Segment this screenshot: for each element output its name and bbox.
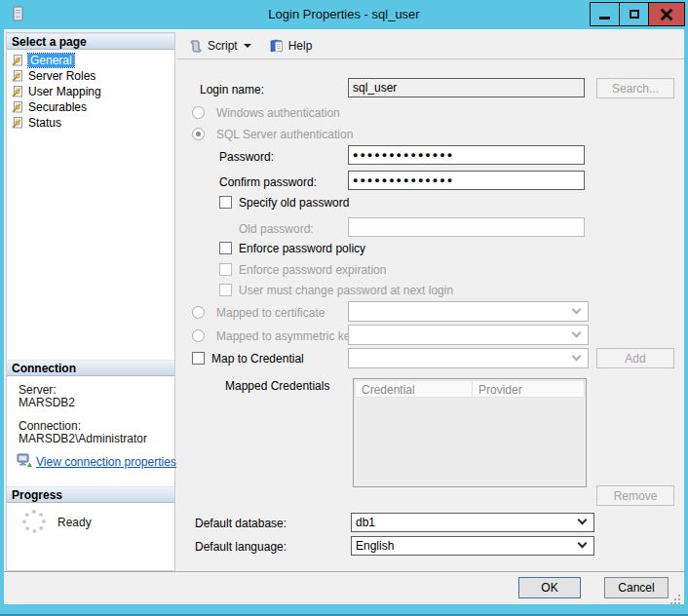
page-icon (11, 100, 24, 114)
connection-value: MARSDB2\Administrator (19, 432, 147, 445)
enforce-password-policy-label: Enforce password policy (239, 242, 365, 255)
sidebar-item-label: Status (28, 116, 61, 130)
sql-server-authentication-label: SQL Server authentication (216, 128, 353, 141)
toolbar: Script Help (176, 32, 684, 59)
certificate-combobox[interactable] (348, 301, 589, 322)
help-book-icon (269, 38, 285, 54)
mapped-credentials-label: Mapped Credentials (225, 379, 329, 393)
mapped-to-asymmetric-key-label: Mapped to asymmetric key (216, 329, 356, 343)
resize-grip[interactable] (670, 592, 681, 609)
minimize-icon (599, 17, 610, 19)
titlebar: Login Properties - sql_user (0, 0, 688, 29)
script-label: Script (208, 39, 238, 53)
progress-header: Progress (7, 486, 174, 503)
windows-authentication-label: Windows authentication (216, 106, 340, 120)
old-password-label: Old password: (239, 222, 314, 236)
radio-windows-authentication[interactable] (192, 106, 205, 119)
default-language-combobox[interactable]: English (351, 536, 594, 556)
page-icon (11, 54, 24, 67)
chevron-down-icon (572, 352, 582, 362)
confirm-password-label: Confirm password: (219, 175, 317, 189)
server-value: MARSDB2 (19, 396, 75, 409)
chevron-down-icon (572, 305, 582, 315)
must-change-password-checkbox[interactable] (219, 284, 232, 296)
specify-old-password-label: Specify old password (239, 196, 349, 210)
page-icon (11, 69, 24, 83)
script-button[interactable]: Script (184, 34, 255, 58)
confirm-password-input[interactable]: ●●●●●●●●●●●●●● (348, 171, 585, 190)
connection-label: Connection: (19, 419, 81, 433)
radio-mapped-to-asymmetric-key[interactable] (192, 329, 205, 342)
remove-button[interactable]: Remove (596, 485, 674, 506)
old-password-input[interactable] (348, 217, 585, 237)
enforce-password-expiration-checkbox[interactable] (219, 263, 232, 276)
select-a-page-header: Select a page (7, 33, 174, 50)
sidebar-item-label: Server Roles (28, 69, 96, 83)
window-title: Login Properties - sql_user (0, 7, 688, 21)
must-change-password-label: User must change password at next login (239, 284, 453, 297)
radio-mapped-to-certificate[interactable] (192, 306, 205, 319)
page-icon (11, 85, 24, 98)
sidebar-item-label: General (28, 54, 74, 67)
view-connection-properties-link[interactable]: View connection properties (36, 455, 176, 469)
sidebar-item-securables[interactable]: Securables (11, 99, 87, 115)
chevron-down-icon (572, 328, 582, 338)
dialog-window: Login Properties - sql_user Select a pag… (0, 0, 688, 616)
search-button[interactable]: Search... (596, 78, 674, 98)
page-icon (11, 116, 24, 130)
column-header-provider[interactable]: Provider (473, 380, 585, 398)
specify-old-password-checkbox[interactable] (219, 196, 232, 209)
server-label: Server: (19, 383, 57, 397)
default-language-label: Default language: (195, 540, 287, 554)
spinner-icon (22, 510, 46, 533)
cancel-button[interactable]: Cancel (604, 577, 669, 598)
add-button[interactable]: Add (596, 348, 674, 368)
login-name-label: Login name: (200, 83, 264, 96)
dialog-client-area: Select a page General Server Roles (4, 29, 684, 604)
sidebar: Select a page General Server Roles (6, 32, 175, 571)
maximize-icon (630, 10, 639, 19)
login-name-input[interactable]: sql_user (348, 78, 585, 97)
sidebar-item-label: Securables (28, 100, 87, 114)
script-scroll-icon (188, 38, 204, 54)
minimize-button[interactable] (590, 2, 620, 26)
enforce-password-policy-checkbox[interactable] (219, 242, 232, 254)
password-input[interactable]: ●●●●●●●●●●●●●● (348, 145, 585, 165)
chevron-down-icon (578, 539, 588, 549)
mapped-credentials-table[interactable]: Credential Provider (353, 378, 587, 487)
computer-icon (17, 453, 33, 472)
progress-status: Ready (57, 516, 92, 529)
sidebar-item-label: User Mapping (28, 85, 101, 98)
caption-buttons (591, 2, 685, 26)
sidebar-item-user-mapping[interactable]: User Mapping (11, 84, 101, 99)
help-button[interactable]: Help (265, 34, 317, 58)
column-header-credential[interactable]: Credential (355, 380, 473, 398)
map-to-credential-label: Map to Credential (211, 352, 304, 366)
footer-separator (4, 571, 684, 572)
chevron-down-icon (578, 516, 588, 525)
sidebar-item-server-roles[interactable]: Server Roles (11, 68, 96, 84)
asymmetric-key-combobox[interactable] (348, 325, 589, 345)
radio-sql-server-authentication[interactable] (192, 128, 205, 140)
mapped-to-certificate-label: Mapped to certificate (216, 306, 325, 320)
sidebar-item-general[interactable]: General (11, 53, 74, 68)
default-database-combobox[interactable]: db1 (351, 513, 594, 532)
connection-header: Connection (7, 360, 174, 376)
credential-combobox[interactable] (348, 348, 589, 368)
close-button[interactable] (648, 2, 685, 26)
help-label: Help (288, 39, 313, 53)
table-header-row: Credential Provider (355, 380, 585, 398)
password-label: Password: (219, 150, 274, 164)
map-to-credential-checkbox[interactable] (192, 352, 205, 365)
default-database-label: Default database: (195, 517, 287, 530)
chevron-down-icon (244, 44, 251, 48)
sidebar-item-status[interactable]: Status (11, 115, 61, 131)
ok-button[interactable]: OK (518, 577, 581, 598)
enforce-password-expiration-label: Enforce password expiration (239, 263, 386, 277)
maximize-button[interactable] (619, 2, 649, 26)
